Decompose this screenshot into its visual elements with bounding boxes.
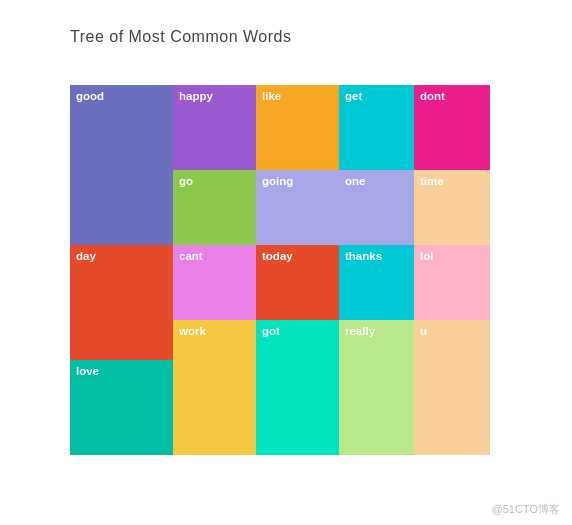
treemap-cell-love: love: [70, 360, 173, 455]
treemap-cell-go: go: [173, 170, 256, 245]
cell-label-happy: happy: [179, 90, 213, 102]
cell-label-good: good: [76, 90, 104, 102]
treemap-cell-day: day: [70, 245, 173, 360]
treemap-cell-get: get: [339, 85, 414, 170]
treemap-cell-lol: lol: [414, 245, 490, 320]
cell-label-love: love: [76, 365, 99, 377]
cell-label-time: time: [420, 175, 444, 187]
cell-label-cant: cant: [179, 250, 203, 262]
treemap-cell-good: good: [70, 85, 173, 245]
cell-label-going: going: [262, 175, 293, 187]
cell-label-u: u: [420, 325, 427, 337]
page-title: Tree of Most Common Words: [70, 28, 291, 46]
cell-label-today: today: [262, 250, 293, 262]
treemap-cell-happy: happy: [173, 85, 256, 170]
treemap-cell-going: going: [256, 170, 339, 245]
treemap-cell-work: work: [173, 320, 256, 455]
cell-label-like: like: [262, 90, 281, 102]
treemap-cell-thanks: thanks: [339, 245, 414, 320]
cell-label-day: day: [76, 250, 96, 262]
treemap-cell-really: really: [339, 320, 414, 455]
cell-label-really: really: [345, 325, 375, 337]
cell-label-work: work: [179, 325, 206, 337]
cell-label-lol: lol: [420, 250, 433, 262]
cell-label-go: go: [179, 175, 193, 187]
cell-label-one: one: [345, 175, 365, 187]
cell-label-get: get: [345, 90, 362, 102]
watermark: @51CTO博客: [492, 502, 560, 517]
treemap-cell-u: u: [414, 320, 490, 455]
treemap-cell-dont: dont: [414, 85, 490, 170]
treemap-cell-time: time: [414, 170, 490, 245]
treemap-cell-like: like: [256, 85, 339, 170]
cell-label-dont: dont: [420, 90, 445, 102]
treemap-cell-today: today: [256, 245, 339, 320]
treemap-cell-got: got: [256, 320, 339, 455]
treemap-cell-cant: cant: [173, 245, 256, 320]
cell-label-thanks: thanks: [345, 250, 382, 262]
treemap-cell-one: one: [339, 170, 414, 245]
cell-label-got: got: [262, 325, 280, 337]
treemap: goodhappylikegetdontdaygogoingonetimecan…: [70, 85, 490, 455]
